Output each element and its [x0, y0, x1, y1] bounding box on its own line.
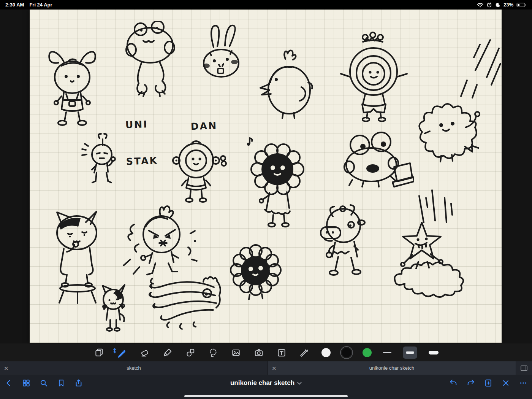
chevron-down-icon	[297, 380, 302, 386]
document-title-dropdown[interactable]: unikonie char sketch	[230, 379, 302, 387]
add-page-button[interactable]	[484, 379, 492, 387]
bottom-navigation-bar: unikonie char sketch	[0, 375, 532, 399]
redo-button[interactable]	[467, 379, 475, 387]
share-button[interactable]	[74, 379, 83, 387]
doodle-fluff-ball	[218, 238, 294, 304]
doodle-crowned-egg	[336, 30, 412, 124]
more-options-button[interactable]	[519, 379, 527, 387]
doodle-frog	[120, 21, 184, 103]
image-button[interactable]	[230, 347, 242, 358]
status-time: 2:30 AM	[5, 2, 24, 8]
tab-sketch[interactable]: ✕ sketch	[0, 361, 268, 375]
doodle-wrench-guy	[80, 133, 127, 202]
doodle-small-cat	[94, 283, 134, 339]
undo-button[interactable]	[449, 379, 458, 387]
color-swatch-white[interactable]	[321, 348, 331, 357]
canvas-area: UNI STAK DAN	[0, 10, 532, 343]
close-document-button[interactable]	[502, 379, 510, 387]
color-swatch-black[interactable]	[342, 348, 351, 357]
doodle-mane-creature	[241, 135, 314, 230]
close-icon[interactable]: ✕	[272, 365, 277, 371]
color-swatch-green[interactable]	[363, 348, 372, 357]
canvas-label-dan: DAN	[191, 120, 218, 132]
wifi-icon	[477, 2, 483, 8]
shapes-button[interactable]	[185, 347, 196, 358]
doodle-laptop-frog	[336, 131, 414, 203]
camera-button[interactable]	[253, 347, 264, 358]
moon-icon	[495, 2, 500, 8]
canvas-label-stak: STAK	[126, 155, 158, 167]
close-icon[interactable]: ✕	[4, 365, 9, 371]
doodle-vertical-dashes	[412, 184, 458, 226]
doodle-diver	[167, 137, 228, 205]
doodle-bunny	[194, 23, 247, 89]
stroke-thick-button[interactable]	[429, 351, 439, 354]
marker-button[interactable]	[162, 347, 173, 358]
canvas-label-uni: UNI	[125, 119, 149, 130]
status-bar: 2:30 AM Fri 24 Apr 23%	[0, 0, 532, 10]
bookmark-button[interactable]	[57, 379, 65, 387]
doodle-motion-dashes	[450, 36, 502, 101]
tab-label: unikonie char sketch	[369, 365, 415, 371]
tab-unikonie-char-sketch[interactable]: ✕ unikonie char sketch	[268, 361, 516, 375]
stroke-thin-button[interactable]	[383, 352, 391, 353]
text-button[interactable]	[276, 347, 287, 358]
home-indicator[interactable]	[184, 395, 348, 397]
battery-percent: 23%	[504, 2, 513, 8]
back-button[interactable]	[5, 379, 13, 387]
tab-label: sketch	[127, 365, 141, 371]
doodle-viking-bunny	[42, 44, 103, 131]
canvas-paper[interactable]: UNI STAK DAN	[30, 10, 502, 343]
drawing-toolbar	[0, 343, 532, 361]
alarm-icon	[486, 2, 492, 8]
doodle-chick	[256, 48, 317, 126]
doodle-ox-kid	[312, 203, 378, 285]
lasso-button[interactable]	[207, 347, 219, 358]
bluetooth-icon	[112, 348, 117, 354]
search-button[interactable]	[40, 379, 48, 387]
document-title: unikonie char sketch	[230, 379, 294, 387]
split-view-button[interactable]	[516, 361, 532, 375]
stylus-button[interactable]	[299, 347, 310, 358]
page-flip-button[interactable]	[93, 347, 105, 358]
thumbnails-button[interactable]	[22, 379, 30, 387]
battery-icon	[516, 2, 527, 8]
bluetooth-pen-button[interactable]	[116, 347, 128, 358]
doodle-swirl-creature	[146, 272, 224, 337]
status-date: Fri 24 Apr	[29, 2, 52, 8]
stroke-medium-button[interactable]	[403, 347, 417, 359]
document-tab-bar: ✕ sketch ✕ unikonie char sketch	[0, 361, 532, 375]
doodle-star-kid	[382, 217, 477, 302]
eraser-button[interactable]	[139, 347, 150, 358]
